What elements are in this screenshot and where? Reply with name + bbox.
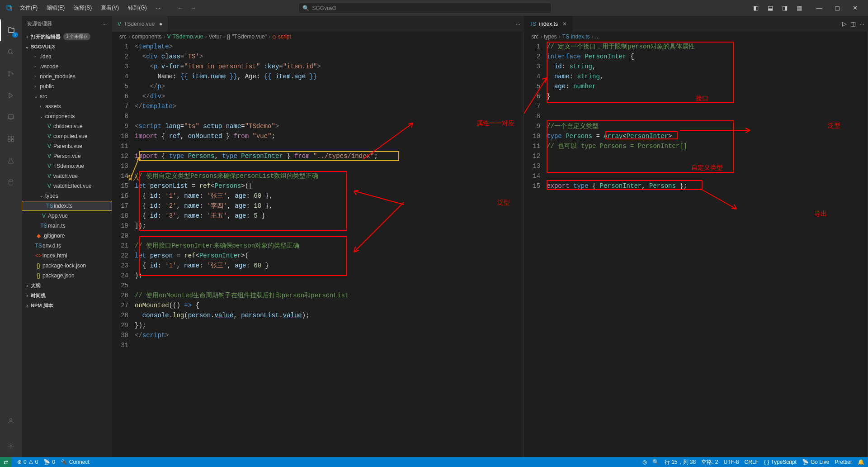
file-item[interactable]: VwatchEffect.vue [22, 181, 112, 191]
file-type-icon: ◆ [34, 233, 42, 239]
breadcrumb[interactable]: types [544, 33, 557, 40]
layout-panel-bottom-icon[interactable]: ⬓ [765, 3, 776, 14]
activity-database-icon[interactable] [0, 172, 22, 193]
status-zoom-icon[interactable]: 🔍 [652, 459, 659, 465]
breadcrumb[interactable]: ◇ script [272, 33, 291, 40]
menu-go[interactable]: 转到(G) [124, 2, 150, 14]
status-problems[interactable]: ⊗0 ⚠0 [17, 459, 38, 465]
status-remote[interactable]: ⇄ [0, 457, 12, 467]
folder-item[interactable]: ›public [22, 81, 112, 91]
breadcrumb[interactable]: TS index.ts [562, 33, 590, 40]
breadcrumb[interactable]: V TSdemo.vue [167, 33, 203, 40]
folder-item[interactable]: ›assets [22, 101, 112, 111]
minimap[interactable] [861, 42, 868, 457]
file-item[interactable]: TSindex.ts [22, 201, 112, 211]
menu-more[interactable]: ··· [152, 3, 164, 13]
tree-item-label: TSdemo.vue [53, 163, 84, 169]
file-item[interactable]: {}package.json [22, 271, 112, 281]
file-item[interactable]: VTSdemo.vue [22, 161, 112, 171]
customize-layout-icon[interactable]: ▦ [794, 3, 805, 14]
activity-extensions-icon[interactable] [0, 128, 22, 150]
folder-item[interactable]: ⌄components [22, 111, 112, 121]
breadcrumb[interactable]: components [132, 33, 161, 40]
run-icon[interactable]: ▷ [842, 20, 847, 27]
sidebar-more-icon[interactable]: ··· [103, 21, 107, 27]
status-bell-icon[interactable]: 🔔 [858, 459, 864, 465]
layout-panel-left-icon[interactable]: ◧ [750, 3, 761, 14]
status-language[interactable]: { } TypeScript [764, 459, 797, 465]
activity-scm-icon[interactable] [0, 63, 22, 85]
open-editors-section[interactable]: › 打开的编辑器 1 个未保存 [22, 32, 112, 42]
file-item[interactable]: <>index.html [22, 251, 112, 261]
folder-item[interactable]: ›.idea [22, 52, 112, 62]
split-editor-icon[interactable]: ◫ [850, 20, 856, 27]
timeline-section[interactable]: › 时间线 [22, 291, 112, 300]
menu-view[interactable]: 查看(V) [97, 2, 123, 14]
npm-scripts-section[interactable]: › NPM 脚本 [22, 300, 112, 310]
status-golive[interactable]: 📡 Go Live [802, 459, 829, 465]
close-icon[interactable]: ✕ [562, 21, 567, 27]
breadcrumb[interactable]: "TSdemo.vue" [232, 33, 267, 40]
code-editor-right[interactable]: 123456789101112131415 // 定义一个接口，用于限制pers… [524, 42, 868, 457]
folder-item[interactable]: ⌄src [22, 91, 112, 101]
file-item[interactable]: TSmain.ts [22, 221, 112, 231]
menu-edit[interactable]: 编辑(E) [43, 2, 68, 14]
code-editor-left[interactable]: 1234567891011121314151617181920212223242… [112, 42, 524, 457]
breadcrumb[interactable]: Vetur [208, 33, 221, 40]
window-close-icon[interactable]: ✕ [846, 1, 864, 15]
file-item[interactable]: {}package-lock.json [22, 261, 112, 271]
status-connect[interactable]: 🔌Connect [61, 459, 90, 465]
file-item[interactable]: Vchildren.vue [22, 121, 112, 131]
breadcrumb[interactable]: ... [595, 33, 600, 40]
file-item[interactable]: VParents.vue [22, 141, 112, 151]
breadcrumb[interactable]: src [531, 33, 538, 40]
svg-rect-5 [8, 136, 10, 138]
activity-debug-icon[interactable] [0, 85, 22, 106]
folder-item[interactable]: ›.vscode [22, 62, 112, 71]
menu-file[interactable]: 文件(F) [16, 2, 41, 14]
status-prettier[interactable]: Prettier [835, 459, 852, 465]
svg-point-3 [12, 73, 14, 75]
nav-forward-icon[interactable]: → [188, 3, 198, 14]
file-item[interactable]: TSenv.d.ts [22, 241, 112, 251]
folder-item[interactable]: ›node_modules [22, 71, 112, 81]
activity-settings-icon[interactable] [0, 435, 22, 457]
tab-more-icon[interactable]: ··· [859, 20, 864, 27]
status-eol[interactable]: CRLF [745, 459, 759, 465]
folder-item[interactable]: ⌄types [22, 191, 112, 201]
layout-panel-right-icon[interactable]: ◨ [779, 3, 790, 14]
nav-back-icon[interactable]: ← [175, 3, 186, 14]
tab-more-icon[interactable]: ··· [515, 20, 520, 27]
menu-selection[interactable]: 选择(S) [70, 2, 95, 14]
window-maximize-icon[interactable]: ▢ [828, 1, 846, 15]
file-item[interactable]: Vwatch.vue [22, 171, 112, 181]
activity-explorer-icon[interactable]: 1 [0, 19, 22, 41]
status-radio[interactable]: 📡0 [43, 459, 55, 465]
status-live-icon[interactable]: ◎ [642, 459, 647, 465]
breadcrumbs-left[interactable]: src› components› V TSdemo.vue› Vetur› {}… [112, 32, 524, 42]
file-item[interactable]: ◆.gitignore [22, 231, 112, 241]
activity-account-icon[interactable] [0, 410, 22, 432]
breadcrumb[interactable]: {} [226, 33, 230, 40]
breadcrumb[interactable]: src [119, 33, 127, 40]
tab-index-ts[interactable]: TS index.ts ✕ [524, 16, 573, 32]
tab-tsdemo[interactable]: V TSdemo.vue ● [112, 16, 168, 32]
file-item[interactable]: VPerson.vue [22, 151, 112, 161]
sidebar-explorer: 资源管理器 ··· › 打开的编辑器 1 个未保存 ⌄ SGGVUE3 ›.id… [22, 16, 112, 457]
file-item[interactable]: VApp.vue [22, 211, 112, 221]
status-cursor[interactable]: 行 15，列 38 [665, 458, 696, 466]
file-type-icon: {} [34, 262, 42, 269]
file-item[interactable]: Vcomputed.vue [22, 131, 112, 141]
activity-test-icon[interactable] [0, 150, 22, 172]
open-editors-label: 打开的编辑器 [31, 33, 61, 40]
minimap[interactable] [517, 42, 524, 457]
breadcrumbs-right[interactable]: src› types› TS index.ts› ... [524, 32, 868, 42]
command-center[interactable]: 🔍 SGGvue3 [298, 3, 552, 14]
outline-section[interactable]: › 大纲 [22, 281, 112, 291]
window-minimize-icon[interactable]: — [810, 1, 828, 15]
activity-search-icon[interactable] [0, 41, 22, 63]
activity-remote-icon[interactable] [0, 106, 22, 128]
status-encoding[interactable]: UTF-8 [724, 459, 739, 465]
project-section[interactable]: ⌄ SGGVUE3 [22, 42, 112, 52]
status-spaces[interactable]: 空格: 2 [701, 458, 718, 466]
